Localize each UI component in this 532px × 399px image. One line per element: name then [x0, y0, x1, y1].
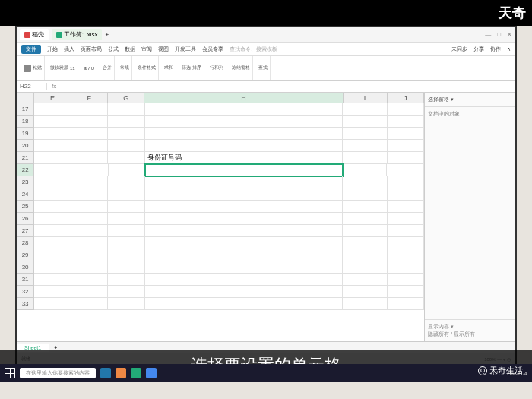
- bold-button[interactable]: B: [84, 66, 87, 71]
- cell-H32[interactable]: [145, 286, 344, 298]
- sort-button[interactable]: 排序: [192, 65, 201, 71]
- cell-H25[interactable]: [145, 201, 344, 213]
- cell-G32[interactable]: [108, 286, 144, 298]
- row-header[interactable]: 33: [17, 298, 34, 310]
- taskbar-app-icon[interactable]: [146, 368, 157, 378]
- taskbar-app-icon[interactable]: [100, 368, 111, 378]
- rowcol-button[interactable]: 行和列: [210, 65, 223, 71]
- cell-I24[interactable]: [343, 188, 387, 201]
- menu-review[interactable]: 审阅: [141, 46, 152, 53]
- cell-I33[interactable]: [343, 298, 387, 310]
- row-header[interactable]: 20: [17, 140, 34, 152]
- spreadsheet-grid[interactable]: E F G H I J 1718192021身份证号码2223242526272…: [17, 93, 424, 341]
- menu-dev[interactable]: 开发工具: [175, 46, 196, 53]
- cell-G21[interactable]: [108, 152, 144, 164]
- cond-format-button[interactable]: 条件格式: [138, 65, 156, 71]
- cell-J20[interactable]: [388, 140, 424, 152]
- cell-G17[interactable]: [108, 103, 144, 116]
- document-tab[interactable]: 工作簿1.xlsx: [52, 29, 102, 40]
- cell-G22[interactable]: [109, 164, 146, 176]
- taskbar-search[interactable]: 在这里输入你要搜索的内容: [20, 368, 96, 378]
- cell-J32[interactable]: [388, 286, 424, 298]
- cell-I20[interactable]: [343, 140, 387, 152]
- cell-E19[interactable]: [34, 128, 71, 140]
- cell-H22[interactable]: [144, 163, 344, 177]
- file-menu[interactable]: 文件: [21, 45, 41, 54]
- cell-F18[interactable]: [71, 116, 108, 128]
- cell-E23[interactable]: [34, 176, 71, 188]
- cell-E17[interactable]: [34, 103, 71, 116]
- cell-I21[interactable]: [343, 152, 387, 164]
- cell-J27[interactable]: [388, 225, 424, 237]
- cell-E22[interactable]: [34, 164, 71, 176]
- cell-H28[interactable]: [145, 237, 344, 249]
- row-header[interactable]: 31: [17, 274, 34, 286]
- paste-button[interactable]: 粘贴: [33, 65, 42, 71]
- sum-button[interactable]: 求和: [164, 65, 173, 71]
- cell-H26[interactable]: [145, 213, 344, 225]
- cell-F24[interactable]: [71, 188, 108, 201]
- collapse-ribbon-button[interactable]: ∧: [507, 46, 511, 52]
- cell-E28[interactable]: [34, 237, 71, 249]
- collab-button[interactable]: 协作: [490, 46, 501, 53]
- row-header[interactable]: 21: [17, 152, 34, 164]
- panel-display[interactable]: 显示内容 ▾: [428, 323, 512, 331]
- italic-button[interactable]: I: [88, 66, 90, 71]
- format-selector[interactable]: 常规: [120, 65, 129, 71]
- cell-J25[interactable]: [388, 201, 424, 213]
- cell-F30[interactable]: [71, 261, 108, 274]
- filter-button[interactable]: 筛选: [182, 65, 191, 71]
- row-header[interactable]: 30: [17, 261, 34, 274]
- cell-G27[interactable]: [108, 225, 144, 237]
- cell-I18[interactable]: [343, 116, 387, 128]
- row-header[interactable]: 32: [17, 286, 34, 298]
- cell-H29[interactable]: [145, 249, 344, 261]
- cell-E32[interactable]: [34, 286, 71, 298]
- cell-E24[interactable]: [34, 188, 71, 201]
- cell-I26[interactable]: [343, 213, 387, 225]
- cell-I25[interactable]: [343, 201, 387, 213]
- cell-F19[interactable]: [71, 128, 108, 140]
- cell-I32[interactable]: [343, 286, 387, 298]
- row-header[interactable]: 25: [17, 201, 34, 213]
- cell-H24[interactable]: [145, 188, 344, 201]
- cell-J22[interactable]: [387, 164, 424, 176]
- cell-G23[interactable]: [108, 176, 144, 188]
- row-header[interactable]: 18: [17, 116, 34, 128]
- menu-insert[interactable]: 插入: [64, 46, 74, 53]
- row-header[interactable]: 22: [17, 164, 34, 176]
- menu-view[interactable]: 视图: [158, 46, 169, 53]
- col-header-i[interactable]: I: [344, 93, 388, 103]
- cell-F25[interactable]: [71, 201, 108, 213]
- start-button[interactable]: [5, 368, 15, 378]
- row-header[interactable]: 19: [17, 128, 34, 140]
- name-box[interactable]: H22: [17, 83, 47, 90]
- cell-E20[interactable]: [34, 140, 71, 152]
- row-header[interactable]: 24: [17, 188, 34, 201]
- maximize-button[interactable]: □: [497, 31, 501, 38]
- menu-member[interactable]: 会员专享: [202, 46, 223, 53]
- cell-G26[interactable]: [108, 213, 144, 225]
- cell-F31[interactable]: [71, 274, 108, 286]
- panel-toggle-all[interactable]: 隐藏所有 / 显示所有: [428, 331, 512, 338]
- cell-H27[interactable]: [145, 225, 344, 237]
- app-tab[interactable]: 稻壳: [20, 29, 49, 40]
- cell-H33[interactable]: [145, 298, 344, 310]
- cell-F32[interactable]: [71, 286, 108, 298]
- menu-home[interactable]: 开始: [47, 46, 58, 53]
- row-header[interactable]: 29: [17, 249, 34, 261]
- find-button[interactable]: 查找: [258, 65, 268, 71]
- menu-data[interactable]: 数据: [125, 46, 135, 53]
- cell-F21[interactable]: [71, 152, 108, 164]
- cell-F27[interactable]: [71, 225, 108, 237]
- row-header[interactable]: 26: [17, 213, 34, 225]
- fx-label[interactable]: fx: [47, 83, 61, 90]
- cell-J30[interactable]: [388, 261, 424, 274]
- cell-G33[interactable]: [108, 298, 144, 310]
- col-header-h[interactable]: H: [144, 93, 343, 103]
- cell-H17[interactable]: [145, 103, 344, 116]
- cell-J33[interactable]: [388, 298, 424, 310]
- cell-G20[interactable]: [108, 140, 144, 152]
- cell-G30[interactable]: [108, 261, 144, 274]
- cell-H19[interactable]: [145, 128, 344, 140]
